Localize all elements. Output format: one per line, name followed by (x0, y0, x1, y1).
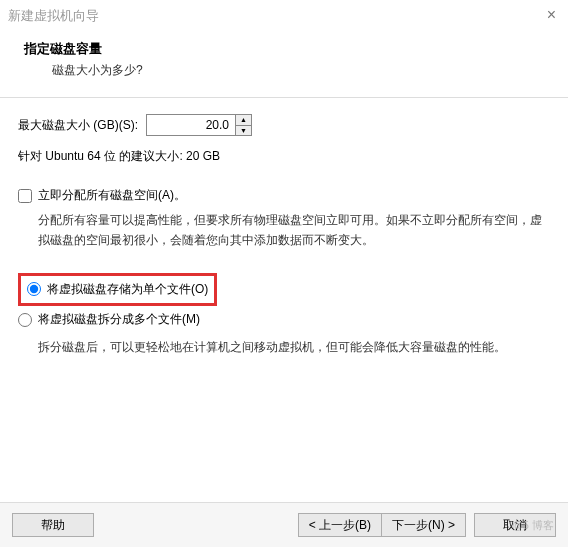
store-split-label: 将虚拟磁盘拆分成多个文件(M) (38, 310, 200, 329)
allocate-desc: 分配所有容量可以提高性能，但要求所有物理磁盘空间立即可用。如果不立即分配所有空间… (18, 210, 550, 251)
store-single-label: 将虚拟磁盘存储为单个文件(O) (47, 280, 208, 299)
titlebar: 新建虚拟机向导 × (0, 0, 568, 32)
allocate-label: 立即分配所有磁盘空间(A)。 (38, 187, 186, 204)
store-split-radio[interactable] (18, 313, 32, 327)
spinner-down-icon[interactable]: ▼ (236, 126, 251, 136)
divider (0, 97, 568, 98)
next-button[interactable]: 下一步(N) > (382, 513, 466, 537)
allocate-checkbox-row: 立即分配所有磁盘空间(A)。 (18, 187, 550, 204)
disk-size-spinner[interactable]: ▲ ▼ (146, 114, 252, 136)
wizard-footer: 帮助 < 上一步(B) 下一步(N) > 取消 (0, 502, 568, 547)
spinner-buttons: ▲ ▼ (235, 115, 251, 135)
page-title: 指定磁盘容量 (24, 40, 544, 58)
cancel-button[interactable]: 取消 (474, 513, 556, 537)
disk-size-row: 最大磁盘大小 (GB)(S): ▲ ▼ (18, 114, 550, 136)
back-button[interactable]: < 上一步(B) (298, 513, 382, 537)
allocate-checkbox[interactable] (18, 189, 32, 203)
store-single-row: 将虚拟磁盘存储为单个文件(O) (27, 280, 208, 299)
disk-size-label: 最大磁盘大小 (GB)(S): (18, 117, 138, 134)
recommend-text: 针对 Ubuntu 64 位 的建议大小: 20 GB (18, 148, 550, 165)
wizard-header: 指定磁盘容量 磁盘大小为多少? (0, 32, 568, 91)
store-split-desc: 拆分磁盘后，可以更轻松地在计算机之间移动虚拟机，但可能会降低大容量磁盘的性能。 (18, 337, 550, 357)
page-subtitle: 磁盘大小为多少? (24, 62, 544, 79)
highlight-box: 将虚拟磁盘存储为单个文件(O) (18, 273, 217, 306)
store-split-row: 将虚拟磁盘拆分成多个文件(M) (18, 310, 550, 329)
help-button[interactable]: 帮助 (12, 513, 94, 537)
disk-size-input[interactable] (147, 115, 235, 135)
store-single-radio[interactable] (27, 282, 41, 296)
window-title: 新建虚拟机向导 (8, 7, 99, 25)
wizard-content: 最大磁盘大小 (GB)(S): ▲ ▼ 针对 Ubuntu 64 位 的建议大小… (0, 114, 568, 358)
close-icon[interactable]: × (547, 6, 556, 24)
spinner-up-icon[interactable]: ▲ (236, 115, 251, 126)
